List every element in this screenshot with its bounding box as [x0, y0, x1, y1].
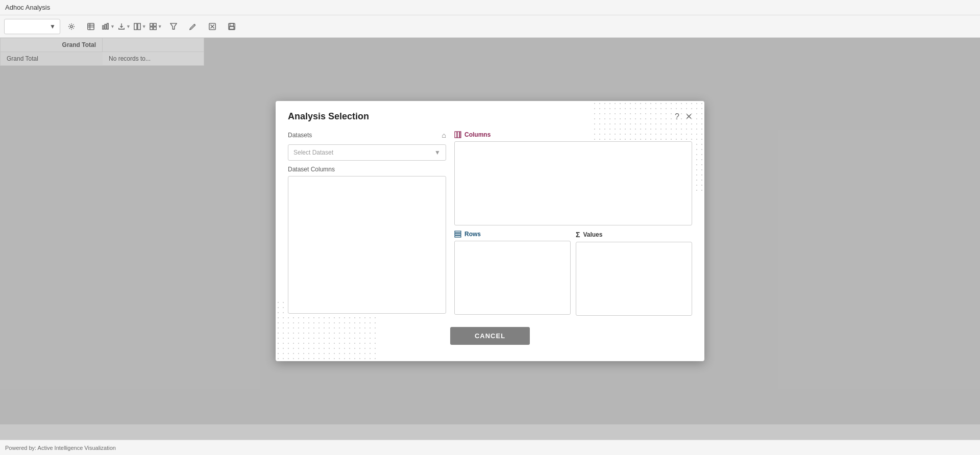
svg-rect-7: [107, 23, 109, 29]
split-icon: [134, 23, 141, 30]
svg-rect-5: [103, 26, 104, 29]
modal-title: Analysis Selection: [288, 111, 369, 122]
values-section-header: Σ Values: [576, 231, 692, 239]
svg-rect-13: [154, 27, 156, 29]
toolbar-close-btn[interactable]: [204, 19, 220, 34]
save-icon: [228, 23, 235, 30]
rows-label: Rows: [464, 231, 481, 238]
columns-label: Columns: [464, 131, 491, 138]
svg-rect-8: [134, 23, 137, 29]
export-dropdown-arrow: ▼: [126, 24, 131, 29]
left-panel: Datasets ⌂ Select Dataset ▼ Dataset Colu…: [288, 131, 446, 316]
columns-section-header: Columns: [454, 131, 692, 138]
modal-body: Datasets ⌂ Select Dataset ▼ Dataset Colu…: [288, 131, 692, 316]
svg-rect-10: [150, 23, 153, 26]
rows-icon: [454, 231, 461, 238]
toolbar-split-btn[interactable]: ▼: [134, 19, 146, 34]
toolbar-settings-btn[interactable]: [63, 19, 80, 34]
modal-header-icons: ? ✕: [675, 112, 692, 121]
dataset-row: Datasets ⌂: [288, 131, 446, 139]
toolbar-chart-btn[interactable]: ▼: [102, 19, 115, 34]
svg-rect-6: [105, 24, 106, 29]
svg-rect-26: [455, 236, 461, 237]
dataset-columns-box: [288, 176, 446, 314]
toolbar-edit-btn[interactable]: [185, 19, 201, 34]
right-panel: Columns: [454, 131, 692, 316]
svg-rect-11: [154, 23, 156, 26]
svg-rect-1: [88, 23, 94, 29]
select-dataset-dropdown[interactable]: Select Dataset ▼: [288, 144, 446, 161]
edit-icon: [189, 23, 197, 30]
table-icon: [87, 23, 94, 30]
analysis-selection-modal: Analysis Selection ? ✕: [276, 101, 704, 361]
help-icon: ?: [675, 112, 679, 121]
split-dropdown-arrow: ▼: [142, 24, 146, 29]
grid-icon: [150, 23, 157, 30]
right-panel-top: Columns: [454, 131, 692, 225]
svg-rect-25: [455, 234, 461, 235]
rows-section-header: Rows: [454, 231, 571, 238]
app-title: Adhoc Analysis: [5, 4, 50, 11]
toolbar: ▼ ▼ ▼ ▼: [0, 15, 980, 38]
export-icon: [118, 23, 125, 30]
right-panel-bottom: Rows Σ Values: [454, 231, 692, 316]
svg-rect-24: [455, 231, 461, 233]
x-icon: [209, 23, 216, 30]
datasets-label: Datasets: [288, 132, 312, 139]
close-icon: ✕: [685, 112, 692, 121]
toolbar-dropdown[interactable]: ▼: [4, 19, 60, 34]
toolbar-dropdown-arrow: ▼: [50, 23, 56, 30]
values-label: Values: [583, 231, 602, 238]
cancel-button[interactable]: CANCEL: [450, 327, 530, 345]
select-dataset-arrow: ▼: [434, 149, 440, 156]
grid-dropdown-arrow: ▼: [158, 24, 162, 29]
chart-dropdown-arrow: ▼: [110, 24, 115, 29]
svg-rect-23: [460, 132, 461, 138]
svg-rect-21: [455, 132, 457, 138]
toolbar-export-btn[interactable]: ▼: [118, 19, 131, 34]
modal-help-button[interactable]: ?: [675, 112, 679, 121]
modal-footer: CANCEL: [288, 327, 692, 345]
sigma-icon: Σ: [576, 231, 580, 239]
svg-rect-19: [230, 23, 233, 26]
columns-box: [454, 141, 692, 225]
svg-marker-14: [170, 23, 177, 29]
main-content: Grand Total Grand Total No records to...…: [0, 38, 980, 440]
modal-header: Analysis Selection ? ✕: [288, 111, 692, 122]
svg-point-0: [70, 25, 72, 27]
gear-icon: [68, 23, 75, 30]
top-bar: Adhoc Analysis: [0, 0, 980, 15]
modal-close-button[interactable]: ✕: [685, 112, 692, 121]
dataset-columns-label: Dataset Columns: [288, 166, 446, 173]
rows-box: [454, 241, 571, 315]
select-dataset-placeholder: Select Dataset: [293, 149, 333, 156]
svg-rect-12: [150, 27, 153, 29]
bar-chart-icon: [102, 23, 109, 30]
svg-rect-20: [229, 27, 234, 29]
values-box: [576, 242, 692, 316]
toolbar-table-btn[interactable]: [83, 19, 99, 34]
svg-rect-9: [138, 23, 140, 29]
svg-rect-22: [457, 132, 459, 138]
values-section: Σ Values: [576, 231, 692, 316]
rows-section: Rows: [454, 231, 571, 316]
columns-icon: [454, 131, 461, 138]
filter-icon: [170, 23, 177, 30]
home-icon[interactable]: ⌂: [442, 131, 446, 139]
modal-overlay: Analysis Selection ? ✕: [0, 38, 980, 424]
toolbar-save-btn[interactable]: [224, 19, 240, 34]
footer: Powered by: Active Intelligence Visualiz…: [0, 440, 980, 455]
toolbar-grid-btn[interactable]: ▼: [150, 19, 162, 34]
toolbar-filter-btn[interactable]: [165, 19, 182, 34]
footer-text: Powered by: Active Intelligence Visualiz…: [5, 445, 116, 451]
